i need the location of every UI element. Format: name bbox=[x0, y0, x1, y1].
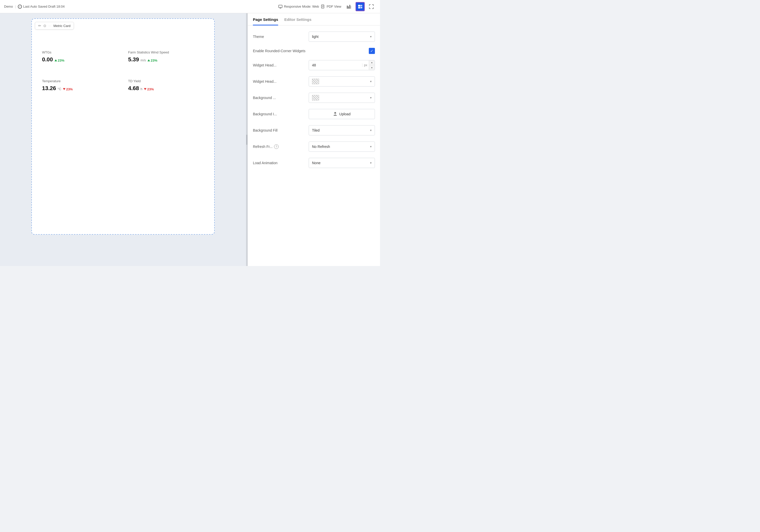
metric-card-widget[interactable]: ✏ ⊙ ··· Metric Card WTGs 0.00 23% bbox=[31, 18, 215, 235]
metric-change-temperature: 23% bbox=[63, 87, 73, 91]
saved-label: Last Auto Saved Draft 18:04 bbox=[23, 5, 65, 8]
main-layout: ✏ ⊙ ··· Metric Card WTGs 0.00 23% bbox=[0, 13, 380, 266]
refresh-label: Refresh Fr... ? bbox=[253, 144, 279, 149]
edit-icon[interactable]: ✏ bbox=[38, 24, 41, 28]
metric-unit-temperature: °C bbox=[58, 87, 61, 91]
tab-editor-settings[interactable]: Editor Settings bbox=[284, 13, 311, 25]
responsive-icon bbox=[278, 5, 282, 9]
demo-label: Demo bbox=[4, 5, 13, 8]
topbar: Demo | ✓ Last Auto Saved Draft 18:04 Res… bbox=[0, 0, 380, 13]
pdf-icon bbox=[321, 5, 325, 9]
topbar-saved: ✓ Last Auto Saved Draft 18:04 bbox=[18, 5, 65, 9]
metric-cell-wtgs: WTGs 0.00 23% bbox=[37, 44, 123, 73]
background-fill-dropdown[interactable]: Tiled ▾ bbox=[309, 125, 375, 135]
background-fill-row: Background Fill Tiled ▾ bbox=[253, 125, 375, 135]
pdf-view[interactable]: PDF View bbox=[321, 5, 341, 9]
divider-handle bbox=[246, 135, 247, 145]
upload-icon bbox=[333, 112, 337, 116]
right-panel: Page Settings Editor Settings Theme ligh… bbox=[248, 13, 380, 266]
svg-rect-11 bbox=[358, 5, 361, 7]
canvas-area: ✏ ⊙ ··· Metric Card WTGs 0.00 23% bbox=[0, 13, 246, 266]
metric-value-row-temperature: 13.26 °C 23% bbox=[42, 85, 118, 92]
target-icon[interactable]: ⊙ bbox=[43, 24, 46, 28]
metric-change-windspeed: 23% bbox=[148, 59, 158, 62]
toolbar-sep: ··· bbox=[48, 24, 51, 28]
metric-value-row-wtgs: 0.00 23% bbox=[42, 56, 118, 63]
widget-head1-step-down[interactable]: ▼ bbox=[369, 65, 375, 70]
metric-value-temperature: 13.26 bbox=[42, 85, 56, 92]
analytics-button[interactable] bbox=[344, 2, 354, 11]
metric-cell-windspeed: Farm Statistics Wind Speed 5.39 m/s 23% bbox=[123, 44, 209, 73]
theme-chevron: ▾ bbox=[370, 35, 372, 38]
metric-label-temperature: Temperature bbox=[42, 79, 118, 83]
responsive-label-text: Responsive Mode: Web bbox=[284, 5, 319, 8]
background-fill-value: Tiled bbox=[312, 128, 320, 132]
down-arrow-temperature bbox=[63, 88, 66, 90]
widget-head2-swatch bbox=[312, 79, 319, 84]
background-fill-label: Background Fill bbox=[253, 128, 278, 132]
widget-head2-dropdown[interactable]: ▾ bbox=[309, 76, 375, 87]
widget-head1-step-up[interactable]: ▲ bbox=[369, 60, 375, 65]
metric-label-tdyield: TD Yield bbox=[128, 79, 204, 83]
metric-label-wtgs: WTGs bbox=[42, 50, 118, 54]
metric-value-windspeed: 5.39 bbox=[128, 56, 139, 63]
svg-rect-8 bbox=[348, 6, 349, 9]
svg-rect-7 bbox=[347, 6, 348, 9]
down-arrow-tdyield bbox=[144, 88, 146, 90]
metric-grid: WTGs 0.00 23% Farm Statistics Wind Speed… bbox=[37, 44, 209, 102]
svg-rect-9 bbox=[350, 5, 350, 9]
load-animation-value: None bbox=[312, 161, 320, 165]
widget-head1-stepper: ▲ ▼ bbox=[369, 60, 375, 70]
svg-rect-0 bbox=[279, 5, 282, 8]
panel-tabs: Page Settings Editor Settings bbox=[248, 13, 380, 25]
widget-head2-row: Widget Head... ▾ bbox=[253, 76, 375, 87]
background-image-label: Background I... bbox=[253, 112, 277, 116]
metric-value-row-tdyield: 4.68 h 23% bbox=[128, 85, 204, 92]
up-arrow-windspeed bbox=[148, 59, 150, 61]
settings-button[interactable] bbox=[356, 2, 365, 11]
svg-rect-12 bbox=[358, 7, 361, 8]
metric-value-wtgs: 0.00 bbox=[42, 56, 53, 63]
panel-body: Theme light ▾ Enable Rounded-Corner Widg… bbox=[248, 25, 380, 174]
topbar-left: Demo | ✓ Last Auto Saved Draft 18:04 bbox=[4, 5, 275, 9]
responsive-mode[interactable]: Responsive Mode: Web bbox=[278, 5, 319, 9]
upload-button[interactable]: Upload bbox=[309, 109, 375, 119]
metric-value-tdyield: 4.68 bbox=[128, 85, 139, 92]
background-label: Background ... bbox=[253, 96, 276, 100]
metric-label-windspeed: Farm Statistics Wind Speed bbox=[128, 50, 204, 54]
rounded-checkbox[interactable]: ✓ bbox=[369, 48, 375, 54]
pdf-label-text: PDF View bbox=[326, 5, 341, 8]
settings-active-icon bbox=[358, 4, 362, 9]
theme-value: light bbox=[312, 35, 319, 39]
load-animation-row: Load Animation None ▾ bbox=[253, 158, 375, 168]
widget-head2-label: Widget Head... bbox=[253, 79, 277, 83]
topbar-right bbox=[344, 2, 376, 11]
widget-head1-input[interactable] bbox=[309, 63, 362, 67]
refresh-dropdown[interactable]: No Refresh ▾ bbox=[309, 142, 375, 152]
metric-change-tdyield: 23% bbox=[144, 87, 154, 91]
refresh-value: No Refresh bbox=[312, 145, 330, 149]
widget-head1-unit: px bbox=[362, 64, 369, 67]
background-chevron: ▾ bbox=[370, 96, 372, 100]
background-image-row: Background I... Upload bbox=[253, 109, 375, 119]
tab-page-settings[interactable]: Page Settings bbox=[253, 13, 278, 25]
load-animation-dropdown[interactable]: None ▾ bbox=[309, 158, 375, 168]
fullscreen-icon bbox=[369, 4, 374, 9]
theme-row: Theme light ▾ bbox=[253, 31, 375, 42]
widget-head2-chevron: ▾ bbox=[370, 80, 372, 83]
widget-head1-label: Widget Head... bbox=[253, 63, 277, 67]
check-circle-icon: ✓ bbox=[18, 5, 22, 9]
refresh-row: Refresh Fr... ? No Refresh ▾ bbox=[253, 142, 375, 152]
svg-rect-13 bbox=[361, 5, 362, 6]
metric-cell-tdyield: TD Yield 4.68 h 23% bbox=[123, 73, 209, 102]
up-arrow-wtgs bbox=[55, 59, 57, 61]
background-dropdown[interactable]: ▾ bbox=[309, 93, 375, 103]
load-animation-chevron: ▾ bbox=[370, 161, 372, 165]
rounded-corners-row: Enable Rounded-Corner Widgets ✓ bbox=[253, 48, 375, 54]
fullscreen-button[interactable] bbox=[367, 2, 376, 11]
metric-value-row-windspeed: 5.39 m/s 23% bbox=[128, 56, 204, 63]
theme-dropdown[interactable]: light ▾ bbox=[309, 31, 375, 42]
refresh-help-icon[interactable]: ? bbox=[274, 144, 279, 149]
load-animation-label: Load Animation bbox=[253, 161, 278, 165]
widget-title: Metric Card bbox=[54, 24, 71, 28]
